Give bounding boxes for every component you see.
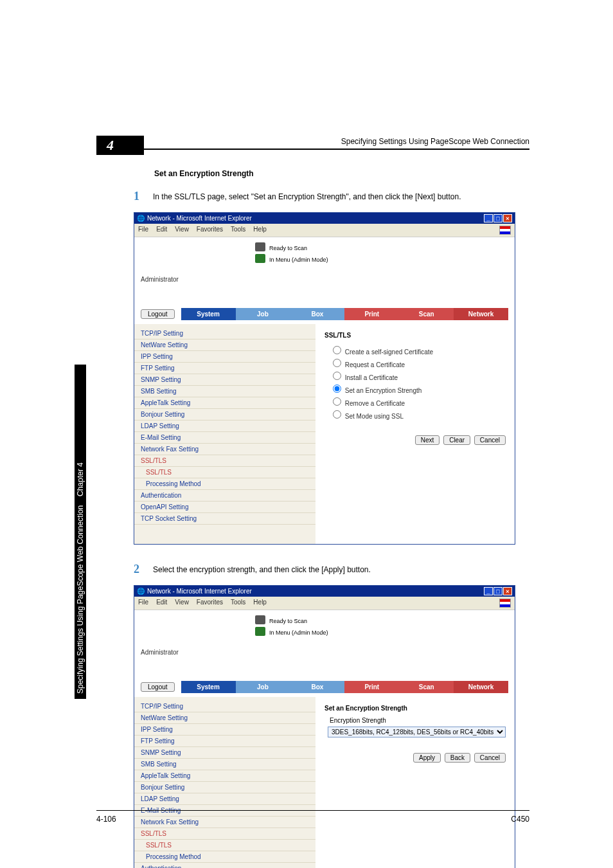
menu-bar: File Edit View Favorites Tools Help bbox=[134, 224, 515, 237]
cancel-button[interactable]: Cancel bbox=[474, 435, 506, 445]
nav-appletalk[interactable]: AppleTalk Setting bbox=[134, 770, 315, 782]
menu-bar: File Edit View Favorites Tools Help bbox=[134, 597, 515, 610]
menu-edit[interactable]: Edit bbox=[156, 226, 167, 235]
nav-bonjour[interactable]: Bonjour Setting bbox=[134, 782, 315, 793]
nav-netware[interactable]: NetWare Setting bbox=[134, 339, 315, 351]
opt-request-cert[interactable]: Request a Certificate bbox=[330, 357, 506, 368]
tab-print[interactable]: Print bbox=[344, 681, 399, 693]
nav-snmp[interactable]: SNMP Setting bbox=[134, 374, 315, 386]
nav-tcpip[interactable]: TCP/IP Setting bbox=[134, 328, 315, 339]
step-number: 2 bbox=[134, 563, 153, 576]
nav-ldap[interactable]: LDAP Setting bbox=[134, 420, 315, 432]
page-number: 4-106 bbox=[96, 815, 116, 824]
logout-button[interactable]: Logout bbox=[141, 682, 175, 692]
close-button[interactable]: × bbox=[503, 214, 512, 222]
nav-ftp[interactable]: FTP Setting bbox=[134, 736, 315, 747]
tab-job[interactable]: Job bbox=[236, 308, 290, 320]
tab-system[interactable]: System bbox=[181, 308, 236, 320]
nav-ldap[interactable]: LDAP Setting bbox=[134, 793, 315, 805]
vertical-chapter-tab: Specifying Settings Using PageScope Web … bbox=[75, 365, 86, 699]
tab-scan[interactable]: Scan bbox=[399, 308, 454, 320]
menu-view[interactable]: View bbox=[175, 226, 189, 235]
minimize-button[interactable]: _ bbox=[484, 214, 493, 222]
menu-view[interactable]: View bbox=[175, 599, 189, 608]
back-button[interactable]: Back bbox=[445, 753, 470, 763]
cancel-button[interactable]: Cancel bbox=[474, 753, 506, 763]
clear-button[interactable]: Clear bbox=[443, 435, 470, 445]
nav-netware[interactable]: NetWare Setting bbox=[134, 712, 315, 724]
tab-print[interactable]: Print bbox=[344, 308, 399, 320]
nav-processing-method[interactable]: Processing Method bbox=[134, 478, 315, 490]
menu-favorites[interactable]: Favorites bbox=[197, 599, 223, 608]
window-titlebar: 🌐 Network - Microsoft Internet Explorer … bbox=[134, 586, 515, 597]
nav-smb[interactable]: SMB Setting bbox=[134, 759, 315, 770]
menu-help[interactable]: Help bbox=[253, 226, 267, 235]
encryption-strength-select[interactable]: 3DES_168bits, RC4_128bits, DES_56bits or… bbox=[328, 727, 506, 737]
menu-favorites[interactable]: Favorites bbox=[197, 226, 223, 235]
tab-box[interactable]: Box bbox=[290, 308, 344, 320]
tab-box[interactable]: Box bbox=[290, 681, 344, 693]
printer-icon bbox=[255, 615, 265, 624]
nav-ssltls[interactable]: SSL/TLS bbox=[134, 840, 315, 851]
logout-button[interactable]: Logout bbox=[141, 309, 175, 319]
step-text: Select the encryption strength, and then… bbox=[153, 563, 371, 576]
menu-tools[interactable]: Tools bbox=[231, 599, 245, 608]
admin-label: Administrator bbox=[141, 276, 179, 283]
nav-authentication[interactable]: Authentication bbox=[134, 490, 315, 502]
ie-throbber-icon bbox=[499, 599, 511, 608]
nav-openapi[interactable]: OpenAPI Setting bbox=[134, 502, 315, 513]
page-header: 4 Specifying Settings Using PageScope We… bbox=[96, 127, 529, 150]
tab-system[interactable]: System bbox=[181, 681, 236, 693]
nav-ssltls-group[interactable]: SSL/TLS bbox=[134, 828, 315, 840]
tab-network[interactable]: Network bbox=[454, 308, 508, 320]
tab-job[interactable]: Job bbox=[236, 681, 290, 693]
maximize-button[interactable]: □ bbox=[493, 214, 502, 222]
step-number: 1 bbox=[134, 190, 153, 203]
nav-snmp[interactable]: SNMP Setting bbox=[134, 747, 315, 759]
step-2: 2 Select the encryption strength, and th… bbox=[134, 563, 529, 576]
nav-appletalk[interactable]: AppleTalk Setting bbox=[134, 397, 315, 409]
printer-icon bbox=[255, 242, 265, 251]
nav-ftp[interactable]: FTP Setting bbox=[134, 363, 315, 374]
ie-icon: 🌐 bbox=[137, 588, 145, 595]
admin-label: Administrator bbox=[141, 649, 179, 656]
opt-set-encryption[interactable]: Set an Encryption Strength bbox=[330, 383, 506, 394]
menu-file[interactable]: File bbox=[138, 226, 148, 235]
nav-ssltls-group[interactable]: SSL/TLS bbox=[134, 455, 315, 467]
opt-install-cert[interactable]: Install a Certificate bbox=[330, 370, 506, 381]
page-footer: 4-106 C450 bbox=[96, 810, 529, 824]
nav-tcpip[interactable]: TCP/IP Setting bbox=[134, 701, 315, 712]
opt-remove-cert[interactable]: Remove a Certificate bbox=[330, 395, 506, 407]
window-titlebar: 🌐 Network - Microsoft Internet Explorer … bbox=[134, 213, 515, 224]
minimize-button[interactable]: _ bbox=[484, 587, 493, 595]
nav-authentication[interactable]: Authentication bbox=[134, 863, 315, 868]
nav-ipp[interactable]: IPP Setting bbox=[134, 351, 315, 363]
tab-scan[interactable]: Scan bbox=[399, 681, 454, 693]
encryption-strength-label: Encryption Strength bbox=[330, 717, 400, 724]
opt-set-mode-ssl[interactable]: Set Mode using SSL bbox=[330, 408, 506, 420]
nav-email[interactable]: E-Mail Setting bbox=[134, 432, 315, 444]
window-title: Network - Microsoft Internet Explorer bbox=[147, 215, 252, 222]
nav-ssltls[interactable]: SSL/TLS bbox=[134, 467, 315, 478]
sidebar-title: Specifying Settings Using PageScope Web … bbox=[76, 505, 85, 694]
nav-smb[interactable]: SMB Setting bbox=[134, 386, 315, 397]
nav-networkfax[interactable]: Network Fax Setting bbox=[134, 444, 315, 455]
menu-edit[interactable]: Edit bbox=[156, 599, 167, 608]
nav-processing-method[interactable]: Processing Method bbox=[134, 851, 315, 863]
nav-tcpsocket[interactable]: TCP Socket Setting bbox=[134, 513, 315, 525]
close-button[interactable]: × bbox=[503, 587, 512, 595]
sidebar-chapter: Chapter 4 bbox=[76, 463, 85, 497]
maximize-button[interactable]: □ bbox=[493, 587, 502, 595]
section-heading: Set an Encryption Strength bbox=[154, 169, 529, 178]
menu-tools[interactable]: Tools bbox=[231, 226, 245, 235]
tab-network[interactable]: Network bbox=[454, 681, 508, 693]
next-button[interactable]: Next bbox=[415, 435, 440, 445]
status-mode: In Menu (Admin Mode) bbox=[269, 629, 328, 636]
apply-button[interactable]: Apply bbox=[413, 753, 441, 763]
nav-ipp[interactable]: IPP Setting bbox=[134, 724, 315, 736]
menu-help[interactable]: Help bbox=[253, 599, 267, 608]
menu-file[interactable]: File bbox=[138, 599, 148, 608]
nav-bonjour[interactable]: Bonjour Setting bbox=[134, 409, 315, 420]
opt-create-cert[interactable]: Create a self-signed Certificate bbox=[330, 344, 506, 356]
status-icon bbox=[255, 627, 265, 636]
